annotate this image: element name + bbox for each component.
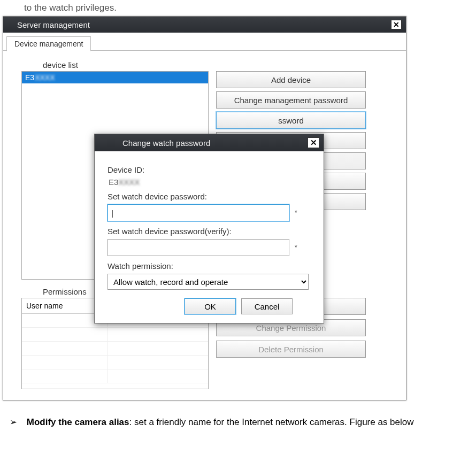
- table-row[interactable]: [22, 369, 208, 383]
- watch-permission-label: Watch permission:: [108, 261, 311, 271]
- watch-password-verify-label: Set watch device password(verify):: [108, 227, 311, 236]
- device-list-item[interactable]: E3XXXX: [22, 72, 208, 83]
- content-area: device list E3XXXX Add device Change man…: [3, 51, 406, 399]
- device-id-obscured: XXXX: [35, 73, 55, 82]
- modal-titlebar: Change watch password ✕: [95, 134, 324, 151]
- doc-bold-text: Modify the camera alias: [27, 417, 129, 427]
- watch-password-input[interactable]: [108, 204, 289, 221]
- change-management-password-button[interactable]: Change management password: [216, 91, 366, 109]
- doc-text-top: to the watch privileges.: [24, 3, 476, 13]
- watch-password-verify-input[interactable]: [108, 239, 289, 256]
- doc-text-bottom: ➢ Modify the camera alias: set a friendl…: [3, 416, 473, 428]
- ok-button[interactable]: OK: [185, 298, 236, 314]
- modal-close-button[interactable]: ✕: [308, 137, 319, 148]
- device-id-value-prefix: E3: [109, 178, 118, 187]
- permissions-table-body: [22, 314, 208, 389]
- required-asterisk: *: [295, 209, 297, 217]
- modal-button-row: OK Cancel: [108, 298, 311, 314]
- server-management-window: Server management ✕ Device management de…: [3, 16, 406, 400]
- modal-body: Device ID: E3XXXX Set watch device passw…: [95, 151, 324, 323]
- change-watch-password-dialog: Change watch password ✕ Device ID: E3XXX…: [94, 134, 324, 323]
- table-row[interactable]: [22, 342, 208, 356]
- delete-permission-button[interactable]: Delete Permission: [216, 341, 366, 358]
- table-row[interactable]: [22, 356, 208, 369]
- table-row[interactable]: [22, 328, 208, 342]
- cancel-button[interactable]: Cancel: [241, 298, 293, 314]
- device-id-value-obscured: XXXX: [118, 178, 140, 187]
- modal-title: Change watch password: [122, 138, 210, 148]
- bullet-icon: ➢: [3, 416, 24, 428]
- device-list-label: device list: [43, 60, 393, 70]
- watch-password-label: Set watch device password:: [108, 192, 311, 201]
- required-asterisk: *: [295, 244, 297, 251]
- tab-strip: Device management: [3, 33, 406, 51]
- main-window-title: Server management: [17, 20, 90, 29]
- add-device-button[interactable]: Add device: [216, 71, 366, 88]
- watch-permission-select[interactable]: Allow watch, record and operate: [108, 274, 309, 290]
- tab-device-management[interactable]: Device management: [6, 36, 91, 51]
- watch-password-verify-row: *: [108, 239, 311, 256]
- main-close-button[interactable]: ✕: [391, 20, 402, 29]
- device-id-prefix: E3: [25, 73, 34, 82]
- device-id-value: E3XXXX: [109, 178, 311, 187]
- main-titlebar: Server management ✕: [3, 17, 406, 33]
- doc-rest-text: : set a friendly name for the Internet n…: [129, 417, 414, 427]
- device-id-label: Device ID:: [108, 165, 311, 174]
- change-watch-password-button[interactable]: ssword: [216, 112, 366, 129]
- watch-password-row: *: [108, 204, 311, 221]
